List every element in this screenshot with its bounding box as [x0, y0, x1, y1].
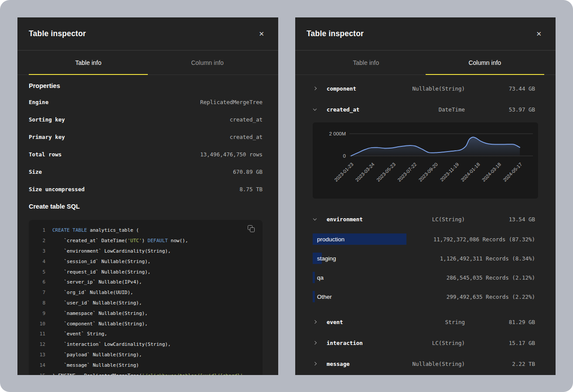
- code-segment-pl: `session_id` Nullable(String),: [52, 259, 150, 264]
- sql-code-line: 2 `created_at` DateTime('UTC') DEFAULT n…: [34, 236, 256, 246]
- column-row-created_at[interactable]: created_atDateTime53.97 GB: [295, 99, 556, 120]
- sql-code-line: 10 `component` Nullable(String),: [34, 318, 256, 329]
- code-text: `payload` Nullable(String),: [52, 352, 142, 358]
- code-text: `environment` LowCardinality(String),: [52, 248, 171, 254]
- line-number: 15: [34, 373, 45, 375]
- code-text: `server_ip` Nullable(IPv4),: [52, 279, 142, 285]
- chevron-shape: [313, 362, 317, 365]
- x-axis-tick-label: 2023-07-22: [396, 162, 417, 182]
- code-text: `component` Nullable(String),: [52, 321, 148, 327]
- code-segment-pl: analytics_table (: [87, 227, 139, 233]
- column-row-environment[interactable]: environmentLC(String)13.54 GB: [295, 209, 556, 230]
- table-inspector-dialog-column-info: Table inspector ✕ Table info Column info…: [295, 17, 556, 375]
- sql-code-line: 8 `user_id` Nullable(String),: [34, 298, 256, 308]
- property-label: Total rows: [29, 151, 61, 158]
- line-number: 4: [34, 259, 45, 264]
- breakdown-row: staging1,126,492,311 Records (8.34%): [295, 249, 556, 268]
- line-number: 1: [34, 227, 45, 233]
- chevron-right-icon[interactable]: [313, 362, 319, 365]
- column-type: DateTime: [439, 106, 465, 113]
- code-text: `session_id` Nullable(String),: [52, 259, 150, 264]
- close-icon[interactable]: ✕: [257, 29, 266, 39]
- breakdown-row: Other299,492,635 Records (2.22%): [295, 287, 556, 306]
- column-name: interaction: [327, 340, 432, 346]
- column-type: LC(String): [432, 216, 465, 223]
- close-icon[interactable]: ✕: [534, 29, 543, 39]
- tab-label: Table info: [75, 59, 102, 66]
- sql-code-line: 1CREATE TABLE analytics_table (: [34, 225, 256, 236]
- chevron-right-icon[interactable]: [313, 87, 319, 90]
- code-text: `event` String,: [52, 331, 107, 337]
- area-fill: [351, 137, 520, 156]
- property-value: ReplicatedMergeTree: [200, 99, 263, 105]
- desktop-background: Table inspector ✕ Table info Column info…: [0, 0, 573, 392]
- sql-code-line: 5 `request_id` Nullable(String),: [34, 267, 256, 277]
- property-value: 670.89 GB: [233, 169, 263, 175]
- tab-table-info[interactable]: Table info: [307, 51, 426, 74]
- line-number: 12: [34, 341, 45, 347]
- breakdown-records: 286,545,035 Records (2.12%): [447, 274, 535, 281]
- property-row: Size670.89 GB: [29, 163, 263, 180]
- chevron-down-icon[interactable]: [313, 108, 319, 110]
- tab-column-info[interactable]: Column info: [148, 51, 267, 74]
- column-size: 2.22 TB: [465, 361, 535, 367]
- line-number: 2: [34, 238, 45, 243]
- chevron-down-icon[interactable]: [313, 218, 319, 220]
- sql-code-line: 9 `namespace` Nullable(String),: [34, 308, 256, 318]
- column-row-interaction[interactable]: interactionLC(String)15.17 GB: [295, 332, 556, 353]
- property-value: created_at: [230, 134, 263, 140]
- tab-table-info[interactable]: Table info: [29, 51, 148, 74]
- sql-code-lines: 1CREATE TABLE analytics_table (2 `create…: [34, 225, 256, 375]
- chevron-right-icon[interactable]: [313, 341, 319, 344]
- created-at-area-chart: 2 000M02023-01-232023-03-242023-05-23202…: [313, 122, 538, 199]
- chevron-right-icon[interactable]: [313, 321, 319, 323]
- column-row-component[interactable]: componentNullable(String)73.44 GB: [295, 78, 556, 99]
- line-number: 8: [34, 300, 45, 306]
- property-value: created_at: [230, 116, 263, 123]
- code-text: `request_id` Nullable(String),: [52, 269, 150, 275]
- column-size: 73.44 GB: [465, 85, 535, 92]
- x-axis-tick-label: 2024-01-18: [460, 162, 481, 182]
- x-axis-tick-label: 2024-03-18: [481, 162, 502, 182]
- chevron-shape: [313, 217, 317, 220]
- breakdown-value-label: qa: [313, 274, 324, 281]
- column-row-message[interactable]: messageNullable(String)2.22 TB: [295, 353, 556, 374]
- property-label: Primary key: [29, 134, 65, 140]
- property-label: Size uncompressed: [29, 186, 85, 193]
- column-name: created_at: [327, 106, 439, 113]
- code-text: `user_id` Nullable(String),: [52, 300, 142, 306]
- created-at-chart-panel: 2 000M02023-01-232023-03-242023-05-23202…: [313, 122, 538, 199]
- column-row-event[interactable]: eventString81.29 GB: [295, 311, 556, 332]
- line-number: 6: [34, 279, 45, 285]
- line-number: 3: [34, 248, 45, 254]
- sql-code-line: 3 `environment` LowCardinality(String),: [34, 246, 256, 257]
- code-text: `org_id` Nullable(UUID),: [52, 290, 133, 295]
- code-text: ) ENGINE = ReplicatedMergeTree('/clickho…: [52, 373, 243, 375]
- line-number: 11: [34, 331, 45, 337]
- environment-breakdown: production11,792,372,086 Records (87.32%…: [295, 230, 556, 306]
- y-axis-tick-label: 0: [343, 153, 346, 159]
- code-segment-pl: `created_at` DateTime(: [52, 238, 127, 243]
- table-inspector-dialog-table-info: Table inspector ✕ Table info Column info…: [17, 17, 278, 375]
- property-row: Total rows13,496,476,750 rows: [29, 145, 263, 163]
- line-number: 10: [34, 321, 45, 327]
- tab-column-info[interactable]: Column info: [426, 51, 545, 74]
- column-size: 81.29 GB: [465, 319, 535, 325]
- sql-code-line: 4 `session_id` Nullable(String),: [34, 256, 256, 267]
- chevron-shape: [313, 320, 317, 324]
- column-type: Nullable(String): [413, 361, 465, 367]
- breakdown-records: 299,492,635 Records (2.22%): [447, 294, 535, 300]
- breakdown-row: qa286,545,035 Records (2.12%): [295, 268, 556, 287]
- code-segment-pl: `org_id` Nullable(UUID),: [52, 290, 133, 295]
- properties-heading: Properties: [29, 81, 263, 91]
- breakdown-value-label: Other: [313, 294, 332, 300]
- code-segment-pl: `interaction` LowCardinality(String),: [52, 341, 171, 347]
- column-type: LC(String): [432, 340, 465, 346]
- table-info-panel: Properties EngineReplicatedMergeTreeSort…: [17, 81, 278, 375]
- property-value: 13,496,476,750 rows: [200, 151, 263, 158]
- column-type: String: [445, 319, 465, 325]
- column-list: componentNullable(String)73.44 GBcreated…: [295, 78, 556, 374]
- dialog-title: Table inspector: [29, 29, 86, 38]
- copy-icon[interactable]: [247, 224, 257, 235]
- sql-code-line: 6 `server_ip` Nullable(IPv4),: [34, 277, 256, 287]
